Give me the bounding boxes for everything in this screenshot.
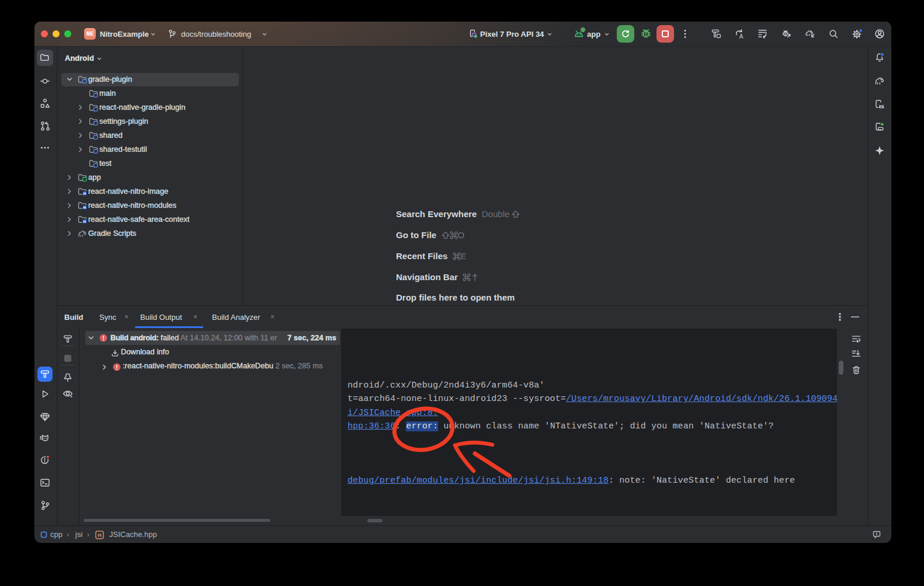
svg-text:A: A: [739, 33, 744, 39]
svg-text:H: H: [98, 532, 102, 538]
